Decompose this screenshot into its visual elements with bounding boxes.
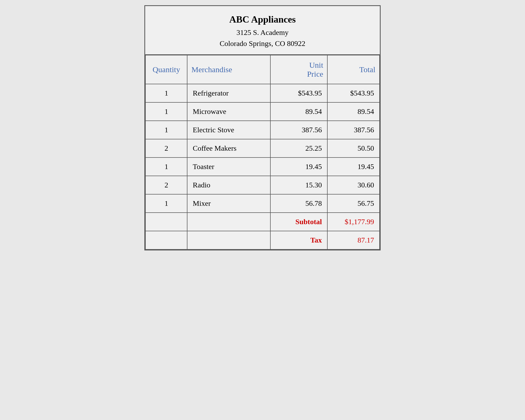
row-total: $543.95	[327, 84, 380, 102]
row-merchandise: Coffee Makers	[187, 139, 270, 158]
receipt-container: ABC Appliances 3125 S. Academy Colorado …	[144, 5, 381, 250]
row-merchandise: Electric Stove	[187, 121, 270, 139]
row-total: 89.54	[327, 102, 380, 121]
row-quantity: 1	[145, 121, 187, 139]
row-unit-price: $543.95	[270, 84, 328, 102]
row-quantity: 2	[145, 139, 187, 158]
row-merchandise: Refrigerator	[187, 84, 270, 102]
tax-value: 87.17	[327, 231, 380, 249]
row-quantity: 1	[145, 158, 187, 176]
row-unit-price: 19.45	[270, 158, 328, 176]
row-unit-price: 56.78	[270, 194, 328, 213]
row-total: 387.56	[327, 121, 380, 139]
row-unit-price: 89.54	[270, 102, 328, 121]
subtotal-value: $1,177.99	[327, 213, 380, 231]
tax-merch-empty	[187, 231, 270, 249]
subtotal-qty-empty	[145, 213, 187, 231]
subtotal-merch-empty	[187, 213, 270, 231]
row-quantity: 2	[145, 176, 187, 194]
row-total: 30.60	[327, 176, 380, 194]
row-merchandise: Mixer	[187, 194, 270, 213]
address-line2: Colorado Springs, CO 80922	[150, 38, 375, 49]
tax-label: Tax	[270, 231, 328, 249]
company-name: ABC Appliances	[150, 14, 375, 25]
row-unit-price: 25.25	[270, 139, 328, 158]
row-total: 19.45	[327, 158, 380, 176]
receipt-table: Quantity Merchandise UnitPrice Total 1Re…	[145, 55, 380, 250]
row-merchandise: Toaster	[187, 158, 270, 176]
table-row: 2Radio15.3030.60	[145, 176, 380, 194]
table-row: 1Toaster19.4519.45	[145, 158, 380, 176]
row-total: 56.75	[327, 194, 380, 213]
row-unit-price: 15.30	[270, 176, 328, 194]
address-line1: 3125 S. Academy	[150, 27, 375, 38]
subtotal-label: Subtotal	[270, 213, 328, 231]
row-total: 50.50	[327, 139, 380, 158]
row-quantity: 1	[145, 102, 187, 121]
subtotal-row: Subtotal $1,177.99	[145, 213, 380, 231]
col-header-total: Total	[327, 55, 380, 84]
table-row: 1Mixer56.7856.75	[145, 194, 380, 213]
table-row: 1Microwave89.5489.54	[145, 102, 380, 121]
col-header-merchandise: Merchandise	[187, 55, 270, 84]
receipt-header: ABC Appliances 3125 S. Academy Colorado …	[145, 6, 380, 55]
row-unit-price: 387.56	[270, 121, 328, 139]
row-merchandise: Microwave	[187, 102, 270, 121]
row-quantity: 1	[145, 194, 187, 213]
table-row: 2Coffee Makers25.2550.50	[145, 139, 380, 158]
row-merchandise: Radio	[187, 176, 270, 194]
col-header-quantity: Quantity	[145, 55, 187, 84]
tax-row: Tax 87.17	[145, 231, 380, 249]
table-row: 1Refrigerator$543.95$543.95	[145, 84, 380, 102]
row-quantity: 1	[145, 84, 187, 102]
table-row: 1Electric Stove387.56387.56	[145, 121, 380, 139]
table-header-row: Quantity Merchandise UnitPrice Total	[145, 55, 380, 84]
tax-qty-empty	[145, 231, 187, 249]
col-header-unit-price: UnitPrice	[270, 55, 328, 84]
